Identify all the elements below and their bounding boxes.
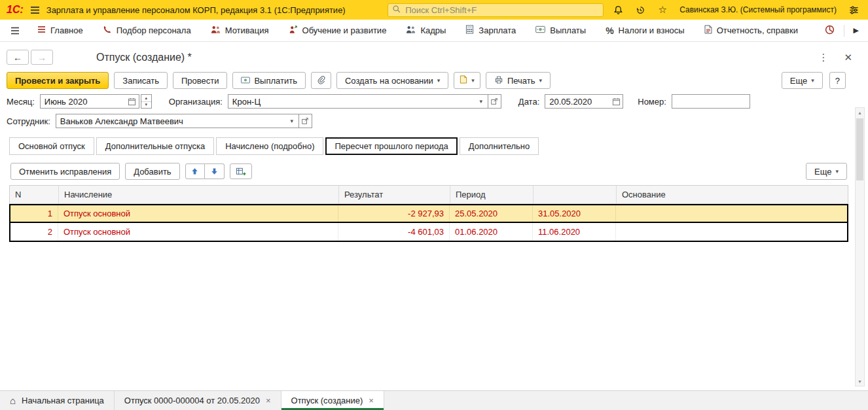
tab-recalc-past-period[interactable]: Пересчет прошлого периода [325,137,457,155]
current-user[interactable]: Савинская З.Ю. (Системный программист) [679,5,837,14]
cell-period-from[interactable]: 01.06.2020 [450,223,533,241]
cell-n[interactable]: 1 [10,205,58,222]
undo-corrections-button[interactable]: Отменить исправления [10,163,120,180]
table-more-button[interactable]: Еще ▾ [806,163,847,180]
close-form-icon[interactable]: ✕ [844,52,852,63]
cell-basis[interactable] [616,223,847,241]
button-label: Провести [181,76,219,86]
percent-icon: % [606,26,613,36]
table-row[interactable]: 1 Отпуск основной -2 927,93 25.05.2020 3… [10,205,847,223]
post-and-close-button[interactable]: Провести и закрыть [7,72,109,89]
column-header-accrual[interactable]: Начисление [59,186,339,203]
bottom-tab-vacation-doc[interactable]: Отпуск 0000-000004 от 20.05.2020 × [115,391,281,410]
create-document-dropdown-button[interactable]: ▾ [454,72,480,89]
calendar-icon[interactable] [126,95,139,108]
search-input[interactable] [404,5,599,16]
chevron-down-icon: ▾ [471,77,475,84]
cell-accrual[interactable]: Отпуск основной [58,205,338,222]
menu-item-label: Налоги и взносы [619,26,685,35]
month-stepper[interactable]: ▲▼ [141,94,152,109]
cell-accrual[interactable]: Отпуск основной [58,223,338,241]
person-growth-icon [289,25,298,36]
add-row-button[interactable]: Добавить [125,163,179,180]
chevron-down-icon[interactable]: ▾ [285,114,298,128]
favorites-star-icon[interactable]: ☆ [655,4,670,16]
menu-item-main[interactable]: Главное [27,20,93,41]
move-up-icon[interactable] [185,163,205,179]
window-title: Зарплата и управление персоналом КОРП, р… [46,5,346,15]
step-down-icon[interactable]: ▼ [141,102,151,109]
scrollbar-thumb[interactable] [856,118,863,180]
global-search[interactable] [388,3,604,17]
bottom-tab-home[interactable]: ⌂ Начальная страница [0,391,115,410]
menu-item-recruiting[interactable]: Подбор персонала [93,20,201,41]
sections-menu-icon[interactable] [3,27,27,35]
home-icon: ⌂ [10,395,16,406]
tab-main-vacation[interactable]: Основной отпуск [9,137,94,155]
calendar-icon[interactable] [609,95,623,108]
scroll-up-icon[interactable]: ▲ [856,108,864,117]
menu-item-label: Зарплата [479,26,516,35]
service-functions-icon[interactable] [825,25,835,37]
tab-additional-vacations[interactable]: Дополнительные отпуска [96,137,215,155]
tab-additional[interactable]: Дополнительно [460,137,539,155]
date-field[interactable]: 20.05.2020 [545,94,623,109]
print-button[interactable]: Печать ▾ [486,72,551,89]
form-tabs: Основной отпуск Дополнительные отпуска Н… [0,131,868,155]
pay-button[interactable]: Выплатить [232,72,306,89]
employee-field[interactable]: Ваньков Александр Матвеевич ▾ [56,114,299,128]
close-tab-icon[interactable]: × [369,396,374,405]
close-tab-icon[interactable]: × [266,396,271,405]
settings-sliders-icon[interactable] [846,5,861,15]
cell-n[interactable]: 2 [10,223,58,241]
cell-period-to[interactable]: 11.06.2020 [533,223,616,241]
month-label: Месяц: [7,97,35,107]
cell-period-to[interactable]: 31.05.2020 [533,205,616,222]
tab-accrued-detail[interactable]: Начислено (подробно) [216,137,323,155]
cell-result[interactable]: -4 601,03 [338,223,450,241]
write-button[interactable]: Записать [114,72,168,89]
attachments-button[interactable] [311,72,331,89]
menu-item-hr[interactable]: Кадры [396,20,456,41]
history-icon[interactable] [632,5,648,15]
step-up-icon[interactable]: ▲ [141,95,151,102]
forward-button[interactable]: → [31,50,53,65]
column-header-n[interactable]: N [10,186,59,203]
scroll-down-icon[interactable]: ▼ [856,377,864,386]
organization-open-icon[interactable] [488,94,501,109]
organization-field[interactable]: Крон-Ц ▾ [228,94,488,109]
menu-item-training[interactable]: Обучение и развитие [279,20,397,41]
column-header-period[interactable]: Период [450,186,533,203]
cell-basis[interactable] [616,205,847,222]
printer-icon [494,75,503,86]
pick-from-list-icon[interactable] [230,163,252,179]
table-row[interactable]: 2 Отпуск основной -4 601,03 01.06.2020 1… [10,223,847,241]
chevron-down-icon[interactable]: ▾ [475,95,488,108]
month-field[interactable]: Июнь 2020 [40,94,139,109]
cell-result[interactable]: -2 927,93 [338,205,450,222]
main-menu-icon[interactable] [30,6,40,14]
help-button[interactable]: ? [829,72,846,89]
vertical-scrollbar[interactable]: ▲ ▼ [855,107,865,386]
bottom-tab-vacation-new[interactable]: Отпуск (создание) × [281,391,384,410]
column-header-basis[interactable]: Основание [617,186,848,203]
menu-item-payments[interactable]: Выплаты [526,20,596,41]
menu-item-taxes[interactable]: % Налоги и взносы [596,20,695,41]
menu-item-payroll[interactable]: Зарплата [456,20,526,41]
employee-open-icon[interactable] [299,114,312,128]
kebab-menu-icon[interactable]: ⋮ [818,52,828,63]
column-header-result[interactable]: Результат [339,186,450,203]
number-field[interactable] [672,94,750,109]
create-on-basis-button[interactable]: Создать на основании ▾ [336,72,448,89]
post-button[interactable]: Провести [173,72,228,89]
menu-expand-icon[interactable]: ▶ [854,26,859,35]
cell-period-from[interactable]: 25.05.2020 [450,205,533,222]
column-header-period-end[interactable] [533,186,617,203]
menu-item-reports[interactable]: Отчетность, справки [695,20,808,41]
back-button[interactable]: ← [7,50,29,65]
chevron-down-icon: ▾ [811,77,814,84]
notifications-bell-icon[interactable] [610,5,626,15]
move-down-icon[interactable] [205,163,225,179]
more-button[interactable]: Еще ▾ [782,72,823,89]
menu-item-motivation[interactable]: Мотивация [201,20,279,41]
